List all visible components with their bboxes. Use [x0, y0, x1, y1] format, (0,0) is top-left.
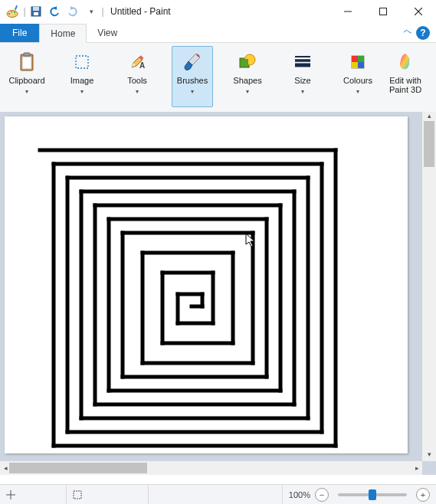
window-controls [330, 0, 436, 23]
spiral-drawing [5, 116, 408, 453]
app-icon[interactable] [5, 3, 21, 20]
save-button[interactable] [28, 3, 44, 20]
status-bar: 100% − + [0, 484, 436, 504]
svg-rect-16 [76, 56, 88, 68]
horizontal-scrollbar[interactable]: ◂ ▸ [0, 461, 422, 475]
mouse-cursor [245, 233, 257, 248]
qat-separator: | [23, 3, 26, 20]
paint-window: | ▾ | Untitled - Paint File Home View へ … [0, 0, 436, 504]
colours-button[interactable]: Colours ▾ [337, 46, 379, 107]
pencil-icon: A [126, 51, 148, 73]
collapse-ribbon-button[interactable]: へ [404, 26, 411, 42]
svg-rect-30 [358, 62, 364, 68]
chevron-down-icon: ▾ [356, 88, 359, 95]
undo-button[interactable] [46, 3, 63, 20]
zoom-in-button[interactable]: + [416, 488, 430, 502]
vertical-scroll-thumb[interactable] [424, 121, 434, 167]
svg-rect-10 [380, 8, 387, 15]
svg-rect-8 [34, 12, 38, 15]
chevron-down-icon: ▾ [136, 88, 139, 95]
size-label: Size [294, 76, 310, 85]
title-bar: | ▾ | Untitled - Paint [0, 0, 436, 24]
ribbon: Clipboard ▾ Image ▾ A Tools ▾ [0, 43, 436, 117]
zoom-slider[interactable] [338, 493, 407, 496]
shapes-button[interactable]: Shapes ▾ [227, 46, 268, 107]
home-tab[interactable]: Home [39, 24, 87, 43]
view-tab[interactable]: View [87, 24, 128, 42]
svg-rect-28 [358, 56, 364, 62]
vertical-scrollbar[interactable]: ▴ ▾ [422, 112, 436, 461]
file-tab[interactable]: File [0, 24, 39, 42]
paint3d-label: Edit with Paint 3D [389, 76, 421, 94]
chevron-down-icon: ▾ [301, 88, 304, 95]
window-title: Untitled - Paint [104, 6, 330, 17]
svg-rect-7 [33, 7, 39, 11]
size-icon [292, 51, 313, 73]
clipboard-label: Clipboard [8, 76, 44, 85]
selection-size-cell [67, 485, 149, 504]
paint3d-icon [395, 51, 416, 73]
zoom-label: 100% [289, 490, 310, 499]
svg-rect-15 [24, 53, 30, 56]
svg-rect-22 [241, 59, 248, 67]
image-button[interactable]: Image ▾ [61, 46, 103, 107]
help-button[interactable]: ? [416, 26, 430, 40]
qat-customise[interactable]: ▾ [83, 3, 100, 20]
canvas-area: ▴ ▾ ◂ ▸ [0, 112, 436, 475]
edit-paint3d-button[interactable]: Edit with Paint 3D [383, 46, 428, 107]
colours-icon [347, 51, 369, 73]
select-icon [71, 51, 93, 73]
svg-point-2 [11, 11, 12, 12]
size-button[interactable]: Size ▾ [282, 46, 323, 107]
clipboard-button[interactable]: Clipboard ▾ [6, 46, 48, 107]
image-label: Image [70, 76, 94, 85]
zoom-out-button[interactable]: − [315, 488, 329, 502]
minimise-button[interactable] [330, 0, 366, 23]
selection-icon [73, 490, 82, 499]
crosshair-icon [6, 490, 15, 499]
shapes-label: Shapes [233, 76, 261, 85]
chevron-down-icon: ▾ [191, 88, 194, 95]
svg-rect-72 [74, 491, 81, 499]
cursor-position-cell [0, 485, 67, 504]
quick-access-toolbar: | ▾ | [0, 3, 104, 20]
redo-button[interactable] [64, 3, 81, 20]
chevron-down-icon: ▾ [25, 88, 28, 95]
horizontal-scroll-thumb[interactable] [9, 463, 147, 473]
brushes-button[interactable]: Brushes ▾ [172, 46, 213, 107]
svg-point-3 [14, 11, 15, 13]
chevron-down-icon: ▾ [246, 88, 249, 95]
brush-icon [182, 51, 203, 73]
zoom-controls: 100% − + [282, 485, 436, 504]
svg-rect-5 [15, 5, 18, 10]
ribbon-tabs: File Home View へ ? [0, 24, 436, 43]
chevron-down-icon: ▾ [80, 88, 84, 95]
close-button[interactable] [401, 0, 436, 23]
scroll-right-arrow[interactable]: ▸ [411, 461, 422, 475]
canvas[interactable] [5, 116, 408, 453]
brushes-label: Brushes [177, 76, 208, 85]
scroll-down-arrow[interactable]: ▾ [422, 450, 436, 461]
zoom-slider-thumb[interactable] [369, 489, 376, 500]
svg-point-1 [8, 13, 10, 15]
image-size-cell [149, 485, 282, 504]
tools-label: Tools [127, 76, 147, 85]
svg-rect-29 [352, 62, 358, 68]
tools-button[interactable]: A Tools ▾ [116, 46, 158, 107]
svg-text:A: A [139, 61, 145, 70]
colours-label: Colours [343, 76, 372, 85]
maximise-button[interactable] [366, 0, 401, 23]
clipboard-icon [16, 51, 38, 73]
svg-rect-14 [22, 57, 31, 69]
svg-point-4 [15, 14, 16, 15]
shapes-icon [237, 51, 258, 73]
svg-rect-27 [352, 56, 358, 62]
